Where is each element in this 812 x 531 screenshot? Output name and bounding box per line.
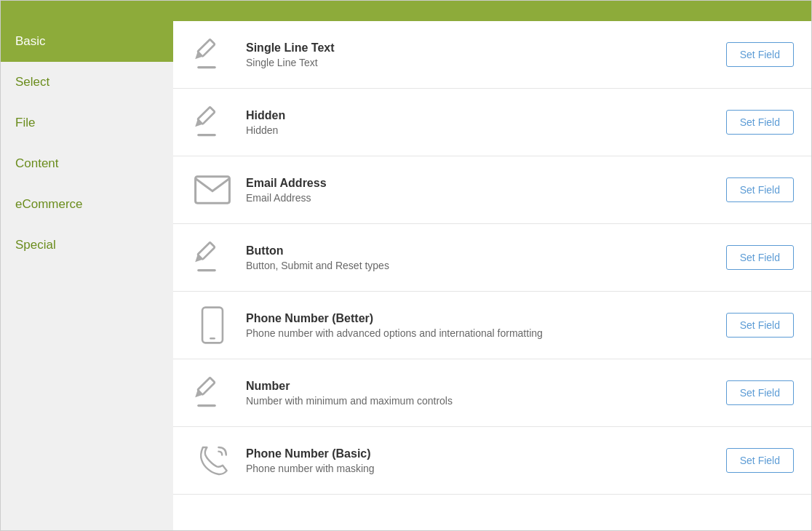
sidebar-item-file[interactable]: File: [1, 103, 173, 143]
svg-rect-1: [198, 39, 215, 57]
field-row: Email AddressEmail AddressSet Field: [173, 156, 811, 224]
sidebar-item-select[interactable]: Select: [1, 62, 173, 103]
field-icon-pen: [191, 236, 234, 279]
field-row: Phone Number (Better)Phone number with a…: [173, 292, 811, 359]
svg-marker-5: [195, 119, 202, 129]
field-name: Number: [246, 380, 715, 393]
modal-body: BasicSelectFileContenteCommerceSpecial S…: [1, 21, 811, 530]
field-icon-mobile: [191, 303, 234, 347]
field-name: Single Line Text: [246, 41, 715, 55]
field-description: Phone number with masking: [246, 463, 715, 474]
field-name: Phone Number (Basic): [246, 447, 715, 460]
modal-header: [1, 1, 811, 21]
field-icon-pen: [191, 100, 234, 144]
field-description: Single Line Text: [246, 57, 715, 68]
set-field-button-number[interactable]: Set Field: [726, 380, 794, 405]
svg-marker-9: [195, 255, 202, 265]
field-description: Email Address: [246, 192, 715, 204]
set-field-button-hidden[interactable]: Set Field: [726, 110, 794, 135]
sidebar-item-ecommerce[interactable]: eCommerce: [1, 184, 173, 225]
sidebar-item-special[interactable]: Special: [1, 225, 173, 266]
set-field-button-button[interactable]: Set Field: [726, 245, 794, 270]
field-name: Phone Number (Better): [246, 312, 715, 325]
field-icon-phone: [191, 439, 234, 482]
field-description: Button, Submit and Reset types: [246, 260, 715, 271]
field-row: ButtonButton, Submit and Reset typesSet …: [173, 224, 811, 292]
field-info: NumberNumber with minimum and maximum co…: [246, 380, 715, 407]
field-row: Single Line TextSingle Line TextSet Fiel…: [173, 21, 811, 89]
set-field-button-phone-number-better[interactable]: Set Field: [726, 313, 794, 338]
field-name: Hidden: [246, 109, 715, 122]
set-field-button-single-line-text[interactable]: Set Field: [726, 42, 794, 67]
field-row: HiddenHiddenSet Field: [173, 89, 811, 156]
set-field-button-email-address[interactable]: Set Field: [726, 177, 794, 202]
field-icon-pen: [191, 33, 234, 76]
sidebar-item-content[interactable]: Content: [1, 143, 173, 184]
field-row: Phone Number (Basic)Phone number with ma…: [173, 427, 811, 495]
field-description: Number with minimum and maximum controls: [246, 395, 715, 407]
sidebar-item-basic[interactable]: Basic: [1, 21, 173, 62]
field-row: NumberNumber with minimum and maximum co…: [173, 359, 811, 427]
fields-modal: BasicSelectFileContenteCommerceSpecial S…: [0, 0, 812, 531]
field-name: Email Address: [246, 177, 715, 190]
set-field-button-phone-number-basic[interactable]: Set Field: [726, 448, 794, 473]
field-info: Phone Number (Basic)Phone number with ma…: [246, 447, 715, 474]
field-info: Single Line TextSingle Line Text: [246, 41, 715, 68]
svg-marker-2: [195, 52, 202, 62]
field-icon-email: [191, 168, 234, 212]
field-info: HiddenHidden: [246, 109, 715, 136]
content-area: Single Line TextSingle Line TextSet Fiel…: [173, 21, 811, 530]
svg-rect-4: [198, 107, 215, 124]
field-description: Phone number with advanced options and i…: [246, 327, 715, 339]
svg-marker-14: [195, 390, 202, 400]
svg-rect-8: [198, 242, 215, 260]
svg-rect-13: [198, 378, 215, 395]
field-name: Button: [246, 244, 715, 257]
sidebar: BasicSelectFileContenteCommerceSpecial: [1, 21, 173, 530]
field-icon-pen: [191, 371, 234, 415]
field-info: ButtonButton, Submit and Reset types: [246, 244, 715, 271]
field-info: Email AddressEmail Address: [246, 177, 715, 204]
field-info: Phone Number (Better)Phone number with a…: [246, 312, 715, 339]
field-description: Hidden: [246, 124, 715, 136]
